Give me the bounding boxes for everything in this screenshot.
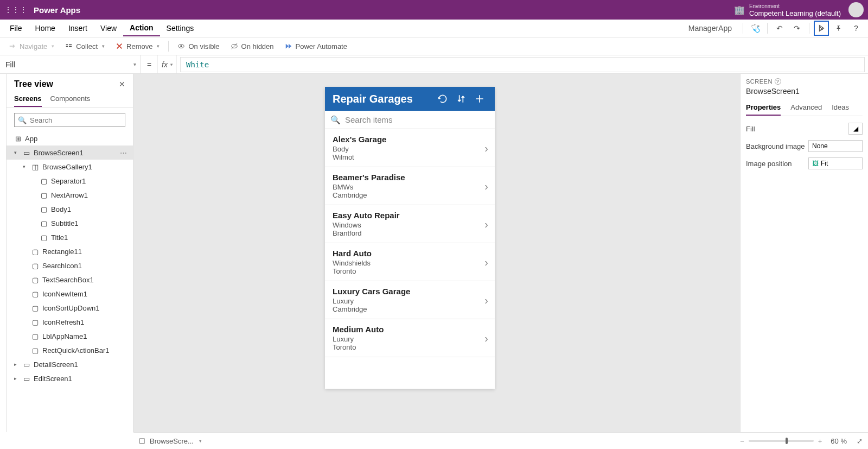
canvas[interactable]: Repair Garages 🔍 Search items Alex's Gar… bbox=[133, 74, 740, 432]
item-body: Cambridge bbox=[333, 191, 487, 199]
tree-item[interactable]: ▢Separator1 bbox=[7, 174, 133, 188]
tree-item[interactable]: ▢TextSearchBox1 bbox=[7, 273, 133, 287]
redo-button[interactable]: ↷ bbox=[789, 21, 805, 36]
svg-rect-3 bbox=[69, 46, 72, 47]
left-rail[interactable] bbox=[0, 74, 7, 432]
share-button[interactable]: 🖈 bbox=[831, 21, 846, 36]
tree-item[interactable]: ▢IconNewItem1 bbox=[7, 287, 133, 301]
list-item[interactable]: Luxury Cars Garage Luxury Cambridge › bbox=[325, 281, 495, 319]
control-icon: ▢ bbox=[40, 205, 48, 213]
fullscreen-icon[interactable]: ⤢ bbox=[857, 437, 863, 445]
collect-button[interactable]: Collect▾ bbox=[60, 40, 110, 53]
onvisible-button[interactable]: On visible bbox=[172, 40, 225, 53]
control-icon: ▢ bbox=[40, 219, 48, 227]
chevron-right-icon[interactable]: › bbox=[484, 332, 488, 344]
tab-components[interactable]: Components bbox=[50, 91, 91, 107]
menu-settings[interactable]: Settings bbox=[160, 21, 201, 36]
more-icon[interactable]: ⋯ bbox=[120, 149, 127, 157]
control-icon: ▢ bbox=[40, 177, 48, 185]
tab-screens[interactable]: Screens bbox=[14, 91, 42, 107]
treeview-search[interactable]: 🔍 Search bbox=[14, 113, 125, 127]
app-search[interactable]: 🔍 Search items bbox=[325, 111, 495, 129]
list-item[interactable]: Easy Auto Repair Windows Brantford › bbox=[325, 205, 495, 243]
tree-item[interactable]: ▢SearchIcon1 bbox=[7, 258, 133, 273]
onhidden-button[interactable]: On hidden bbox=[225, 40, 279, 53]
environment-picker[interactable]: Environment Competent Learning (default) bbox=[749, 3, 841, 17]
tree-item[interactable]: ▢IconSortUpDown1 bbox=[7, 301, 133, 315]
tree-item[interactable]: ▢IconRefresh1 bbox=[7, 315, 133, 329]
remove-button[interactable]: Remove▾ bbox=[110, 40, 165, 53]
tree-item[interactable]: ▾▭BrowseScreen1⋯ bbox=[7, 146, 133, 160]
tree-item[interactable]: ▢LblAppName1 bbox=[7, 329, 133, 343]
control-icon: ▢ bbox=[31, 332, 39, 340]
control-icon: ▢ bbox=[31, 290, 39, 298]
zoom-slider[interactable] bbox=[749, 440, 814, 442]
chevron-right-icon[interactable]: › bbox=[484, 142, 488, 154]
formula-input[interactable]: White bbox=[180, 57, 865, 72]
app-icon: ⊞ bbox=[14, 135, 22, 142]
tree-item[interactable]: ▢Subtitle1 bbox=[7, 216, 133, 230]
fx-icon[interactable]: fx▾ bbox=[157, 55, 177, 73]
rp-tab-advanced[interactable]: Advanced bbox=[790, 101, 822, 116]
menu-file[interactable]: File bbox=[3, 21, 29, 36]
item-title: Alex's Garage bbox=[333, 135, 487, 144]
menu-home[interactable]: Home bbox=[29, 21, 62, 36]
refresh-icon[interactable] bbox=[435, 91, 450, 106]
navigate-button[interactable]: Navigate▾ bbox=[3, 40, 60, 53]
status-screen[interactable]: BrowseScre... bbox=[150, 437, 194, 445]
help-icon[interactable]: ? bbox=[848, 21, 864, 36]
rp-tab-ideas[interactable]: Ideas bbox=[832, 101, 849, 116]
control-icon: ▢ bbox=[31, 346, 39, 354]
control-icon: ▢ bbox=[40, 191, 48, 199]
tree-item[interactable]: ▸▭EditScreen1 bbox=[7, 371, 133, 385]
list-item[interactable]: Alex's Garage Body Wilmot › bbox=[325, 129, 495, 167]
tree-item[interactable]: ▸▭DetailScreen1 bbox=[7, 357, 133, 371]
control-icon: ▢ bbox=[31, 262, 39, 269]
tree-app[interactable]: ⊞ App bbox=[7, 131, 133, 146]
rp-tab-properties[interactable]: Properties bbox=[746, 101, 781, 116]
play-button[interactable] bbox=[814, 21, 829, 36]
fill-swatch[interactable]: ◢ bbox=[848, 123, 863, 135]
waffle-icon[interactable]: ⋮⋮⋮ bbox=[4, 5, 27, 14]
chevron-right-icon[interactable]: › bbox=[484, 294, 488, 306]
property-selector[interactable]: Fill▾ bbox=[0, 55, 141, 73]
chevron-right-icon[interactable]: › bbox=[484, 256, 488, 268]
menu-insert[interactable]: Insert bbox=[62, 21, 94, 36]
menu-view[interactable]: View bbox=[94, 21, 123, 36]
item-subtitle: BMWs bbox=[333, 183, 487, 191]
info-icon[interactable]: ? bbox=[775, 78, 781, 85]
list-item[interactable]: Beamer's Paradise BMWs Cambridge › bbox=[325, 167, 495, 205]
chevron-right-icon[interactable]: › bbox=[484, 180, 488, 192]
tree-item[interactable]: ▢Body1 bbox=[7, 202, 133, 216]
chevron-right-icon[interactable]: › bbox=[484, 218, 488, 230]
treeview: Tree view ✕ Screens Components 🔍 Search … bbox=[7, 74, 133, 432]
powerautomate-button[interactable]: Power Automate bbox=[279, 40, 353, 53]
tree-item[interactable]: ▢Title1 bbox=[7, 230, 133, 244]
close-icon[interactable]: ✕ bbox=[119, 80, 125, 88]
screen-checkbox[interactable]: ☐ bbox=[139, 437, 145, 445]
menu-action[interactable]: Action bbox=[123, 20, 160, 36]
list-item[interactable]: Hard Auto Windshields Toronto › bbox=[325, 243, 495, 281]
tree-item[interactable]: ▢Rectangle11 bbox=[7, 244, 133, 258]
bgimage-select[interactable]: None bbox=[808, 140, 863, 152]
equals-sign: = bbox=[141, 60, 157, 69]
add-icon[interactable] bbox=[472, 91, 487, 106]
item-subtitle: Luxury bbox=[333, 297, 487, 305]
item-subtitle: Windshields bbox=[333, 259, 487, 267]
item-body: Cambridge bbox=[333, 305, 487, 313]
app-name: ManagerApp bbox=[688, 24, 732, 33]
tree-item[interactable]: ▢NextArrow1 bbox=[7, 188, 133, 202]
item-body: Toronto bbox=[333, 343, 487, 351]
search-icon: 🔍 bbox=[330, 115, 341, 125]
tree-item[interactable]: ▾◫BrowseGallery1 bbox=[7, 160, 133, 174]
list-item[interactable]: Medium Auto Luxury Toronto › bbox=[325, 319, 495, 357]
avatar[interactable] bbox=[848, 2, 864, 17]
sort-icon[interactable] bbox=[454, 91, 469, 106]
app-checker-icon[interactable]: 🩺 bbox=[748, 21, 763, 36]
undo-button[interactable]: ↶ bbox=[772, 21, 787, 36]
tree-item[interactable]: ▢RectQuickActionBar1 bbox=[7, 343, 133, 357]
zoom-out[interactable]: − bbox=[740, 437, 744, 445]
zoom-in[interactable]: + bbox=[818, 437, 822, 445]
imgposition-select[interactable]: 🖼Fit bbox=[808, 157, 863, 169]
chevron-down-icon[interactable]: ▾ bbox=[199, 438, 202, 444]
